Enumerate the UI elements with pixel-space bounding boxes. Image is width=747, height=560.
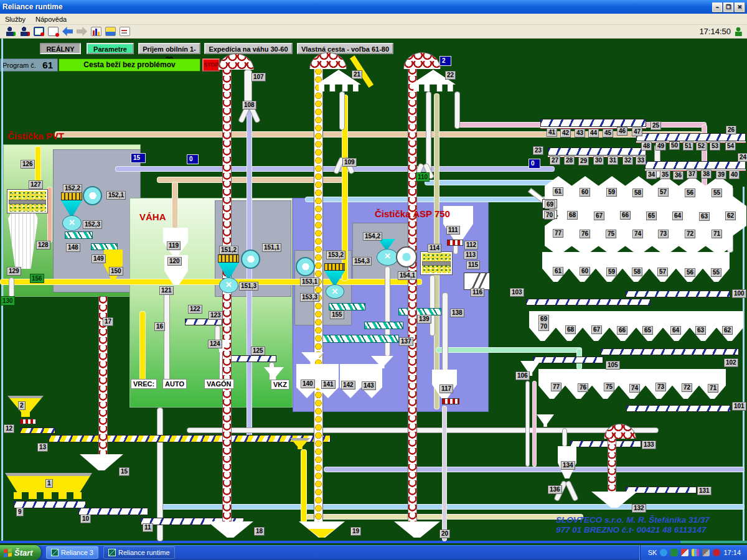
tag-48[interactable]: 48 [641, 142, 652, 151]
close-button[interactable]: ✕ [735, 2, 745, 12]
tag-116[interactable]: 116 [471, 288, 484, 297]
tag-136[interactable]: 136 [548, 485, 562, 494]
tag-40[interactable]: 40 [729, 170, 740, 179]
tag-22[interactable]: 22 [445, 71, 456, 80]
tag-72[interactable]: 72 [682, 383, 692, 392]
close-document-icon[interactable] [48, 27, 59, 36]
tab-expedicia[interactable]: Expedícia na váhu 30-60 [204, 43, 293, 54]
tag-69-70[interactable]: 69 70 [538, 315, 549, 331]
tag-106[interactable]: 106 [515, 371, 530, 380]
language-indicator[interactable]: SK [648, 549, 657, 556]
tag-75[interactable]: 75 [604, 383, 614, 391]
bin-shape[interactable] [622, 252, 649, 282]
tag-59[interactable]: 59 [606, 188, 617, 197]
tag-21[interactable]: 21 [352, 70, 362, 79]
tag-44[interactable]: 44 [588, 129, 599, 138]
tag-76[interactable]: 76 [578, 383, 588, 392]
tag-109[interactable]: 109 [342, 158, 357, 167]
tag-58[interactable]: 58 [632, 268, 642, 276]
tag-20[interactable]: 20 [439, 530, 450, 538]
tag-112[interactable]: 112 [464, 241, 478, 250]
tag-150[interactable]: 150 [109, 267, 123, 276]
tag-63[interactable]: 63 [695, 326, 706, 335]
tag-56[interactable]: 56 [685, 268, 695, 277]
tray-volume-icon[interactable] [702, 549, 710, 556]
tag-70[interactable]: 70 [544, 211, 555, 220]
tag-139[interactable]: 139 [417, 315, 431, 324]
tag-154-1[interactable]: 154,1 [398, 271, 417, 280]
mode-button[interactable]: REÁLNY [40, 43, 81, 54]
tag-37[interactable]: 37 [687, 170, 697, 179]
tag-110[interactable]: 110 [416, 172, 430, 182]
tag-117[interactable]: 117 [439, 385, 453, 393]
tag-153-1[interactable]: 153,1 [300, 278, 319, 286]
tag-149[interactable]: 149 [92, 254, 106, 263]
tag-43[interactable]: 43 [575, 129, 585, 138]
tag-63[interactable]: 63 [699, 212, 710, 221]
tag-66[interactable]: 66 [620, 211, 631, 220]
trends-chart-icon[interactable] [91, 27, 101, 36]
tag-62[interactable]: 62 [722, 326, 733, 335]
tag-156[interactable]: 156 [30, 274, 44, 283]
tag-129[interactable]: 129 [7, 267, 21, 276]
tag-68[interactable]: 68 [565, 325, 576, 334]
back-arrow-icon[interactable] [62, 27, 73, 36]
tag-143[interactable]: 143 [362, 381, 376, 390]
parameters-button[interactable]: Parametre [87, 43, 134, 54]
tag-73[interactable]: 73 [655, 383, 666, 391]
tag-154-3[interactable]: 154,3 [352, 257, 372, 266]
tag-128[interactable]: 128 [36, 241, 50, 250]
tag-26[interactable]: 26 [726, 126, 736, 134]
tag-108[interactable]: 108 [242, 101, 256, 110]
tag-74[interactable]: 74 [632, 230, 643, 238]
tag-34[interactable]: 34 [646, 170, 657, 179]
tag-16[interactable]: 16 [154, 322, 165, 331]
tag-125[interactable]: 125 [251, 347, 265, 355]
start-button[interactable]: Štart [0, 545, 41, 560]
tag-55[interactable]: 55 [712, 189, 722, 197]
reports-icon[interactable] [120, 27, 130, 36]
tag-49[interactable]: 49 [655, 142, 666, 151]
close-visualization-icon[interactable] [34, 27, 44, 36]
tag-2[interactable]: 2 [18, 401, 26, 410]
tag-32[interactable]: 32 [622, 156, 633, 165]
bin-shape[interactable] [596, 252, 622, 282]
tag-61[interactable]: 61 [553, 267, 563, 276]
stop-button[interactable]: STOP [202, 58, 220, 72]
tag-153-3[interactable]: 153,3 [300, 293, 319, 302]
tag-103[interactable]: 103 [510, 288, 524, 297]
tag-140[interactable]: 140 [301, 380, 315, 388]
tag-114[interactable]: 114 [428, 244, 441, 253]
tag-67[interactable]: 67 [594, 212, 604, 220]
tag-113[interactable]: 113 [464, 251, 477, 259]
tag-51[interactable]: 51 [683, 142, 693, 151]
tag-134[interactable]: 134 [561, 461, 575, 470]
tag-56[interactable]: 56 [685, 189, 695, 197]
tag-61[interactable]: 61 [553, 187, 563, 196]
bin-shape[interactable] [649, 252, 676, 282]
forward-arrow-icon[interactable] [77, 27, 87, 36]
menu-napoveda[interactable]: Nápověda [31, 15, 72, 24]
tag-119[interactable]: 119 [167, 241, 181, 250]
tag-31[interactable]: 31 [608, 156, 618, 165]
login-user-icon[interactable] [5, 27, 16, 36]
tag-142[interactable]: 142 [341, 381, 355, 390]
tag-33[interactable]: 33 [636, 156, 646, 165]
tag-77[interactable]: 77 [551, 383, 561, 391]
tab-vlastna-cesta[interactable]: Vlastná cesta - voľba 61-80 [297, 43, 393, 54]
task-reliance-runtime[interactable]: Reliance runtime [103, 546, 175, 559]
tag-127[interactable]: 127 [29, 180, 43, 189]
tag-123[interactable]: 123 [209, 311, 223, 320]
tag-57[interactable]: 57 [658, 188, 669, 197]
tag-131[interactable]: 131 [697, 487, 712, 495]
task-reliance-3[interactable]: Reliance 3 [46, 546, 98, 559]
tag-60[interactable]: 60 [580, 188, 590, 197]
tag-9[interactable]: 9 [16, 508, 24, 516]
tray-display-icon[interactable] [692, 549, 699, 556]
tag-102[interactable]: 102 [724, 358, 738, 367]
tag-59[interactable]: 59 [606, 268, 617, 276]
tag-53[interactable]: 53 [710, 142, 720, 151]
tag-76[interactable]: 76 [580, 230, 590, 238]
tag-46[interactable]: 46 [617, 127, 627, 136]
tag-17[interactable]: 17 [103, 317, 113, 326]
